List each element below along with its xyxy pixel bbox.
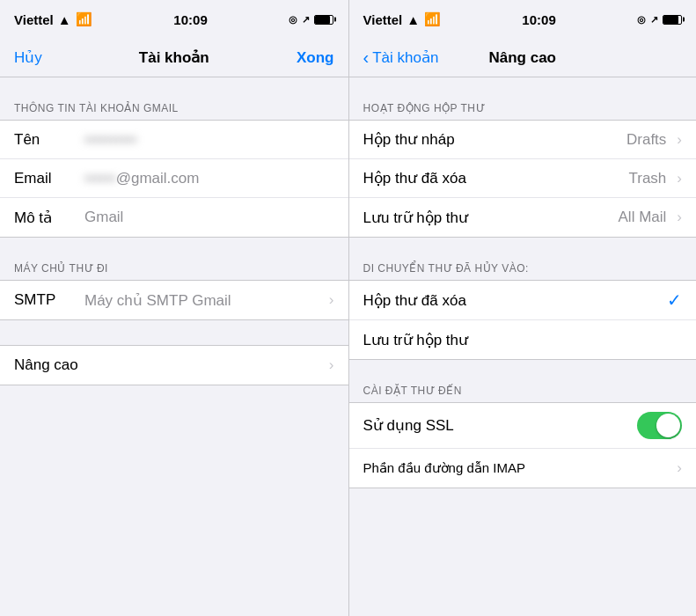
list-item-imap-path[interactable]: Phần đầu đường dẫn IMAP › [349, 449, 697, 488]
section-incoming-header: CÀI ĐẶT THƯ ĐẾN [349, 385, 697, 397]
archive-value: All Mail [619, 209, 667, 226]
section-mailbox-header: HOẠT ĐỘNG HỘP THƯ [349, 102, 697, 114]
list-item-archive[interactable]: Lưu trữ hộp thư All Mail › [349, 198, 697, 237]
status-bar-right-icons: ◎ ↗ [289, 14, 333, 26]
description-label: Mô tả [14, 209, 84, 227]
arrow-icon: ↗ [302, 14, 310, 26]
list-item-email[interactable]: Email ••••••@gmail.com [0, 159, 348, 198]
trash-chevron: › [677, 170, 682, 187]
done-button[interactable]: Xong [297, 49, 334, 67]
nav-bar-right: ‹ Tài khoản Nâng cao [349, 39, 697, 77]
description-value: Gmail [84, 209, 334, 226]
cancel-button[interactable]: Hủy [14, 48, 42, 67]
name-label: Tên [14, 131, 84, 149]
trash-label: Hộp thư đã xóa [363, 169, 466, 187]
toggle-knob [656, 414, 680, 437]
section-advanced: Nâng cao › [0, 345, 348, 385]
signal-icon-right: ▲ [407, 12, 420, 27]
list-item-name[interactable]: Tên •••••••••• [0, 121, 348, 159]
list-item-smtp[interactable]: SMTP Máy chủ SMTP Gmail › [0, 281, 348, 319]
location-icon: ◎ [289, 14, 297, 26]
status-bar-right-icons2: ◎ ↗ [637, 14, 682, 26]
status-bar-left: Viettel ▲ 📶 10:09 ◎ ↗ [0, 0, 348, 39]
mailbox-list: Hộp thư nháp Drafts › Hộp thư đã xóa Tra… [349, 120, 697, 238]
status-bar-right: Viettel ▲ 📶 10:09 ◎ ↗ [349, 0, 697, 39]
left-panel: Viettel ▲ 📶 10:09 ◎ ↗ Hủy Tài khoản Xong… [0, 0, 348, 616]
move-list: Hộp thư đã xóa ✓ Lưu trữ hộp thư [349, 280, 697, 360]
smtp-label: SMTP [14, 291, 84, 309]
move-archive-label: Lưu trữ hộp thư [363, 331, 469, 349]
section-move: DI CHUYỂN THƯ ĐÃ HỦY VÀO: Hộp thư đã xóa… [349, 262, 697, 360]
advanced-label: Nâng cao [14, 356, 84, 374]
back-chevron-icon: ‹ [363, 48, 370, 68]
back-button[interactable]: ‹ Tài khoản [363, 48, 439, 68]
time-left: 10:09 [173, 12, 207, 27]
imap-chevron: › [677, 459, 682, 477]
section-smtp-header: MÁY CHỦ THƯ ĐI [0, 262, 348, 275]
battery-icon-left [314, 15, 333, 25]
name-value: •••••••••• [84, 131, 334, 149]
signal-icon-left: ▲ [58, 12, 71, 27]
list-item-trash[interactable]: Hộp thư đã xóa Trash › [349, 159, 697, 198]
archive-label: Lưu trữ hộp thư [363, 209, 469, 227]
list-item-description[interactable]: Mô tả Gmail [0, 198, 348, 237]
archive-chevron: › [677, 209, 682, 226]
status-bar-left-info: Viettel ▲ 📶 [14, 11, 92, 27]
drafts-chevron: › [677, 131, 682, 149]
status-bar-right-left: Viettel ▲ 📶 [363, 11, 442, 27]
smtp-value: Máy chủ SMTP Gmail [84, 291, 324, 310]
nav-bar-left: Hủy Tài khoản Xong [0, 39, 348, 77]
section-incoming: CÀI ĐẶT THƯ ĐẾN Sử dụng SSL Phần đầu đườ… [349, 385, 697, 488]
list-item-move-archive[interactable]: Lưu trữ hộp thư [349, 320, 697, 359]
nav-title-left: Tài khoản [139, 48, 209, 67]
section-move-header: DI CHUYỂN THƯ ĐÃ HỦY VÀO: [349, 262, 697, 275]
back-label: Tài khoản [372, 48, 438, 67]
arrow-icon-r: ↗ [650, 14, 658, 26]
list-item-drafts[interactable]: Hộp thư nháp Drafts › [349, 121, 697, 159]
location-icon-r: ◎ [637, 14, 646, 26]
list-item-move-trash[interactable]: Hộp thư đã xóa ✓ [349, 281, 697, 320]
list-item-ssl[interactable]: Sử dụng SSL [349, 403, 697, 449]
time-right: 10:09 [522, 12, 555, 27]
trash-value: Trash [629, 170, 667, 187]
ssl-label: Sử dụng SSL [363, 416, 454, 435]
list-item-advanced[interactable]: Nâng cao › [0, 346, 348, 385]
section-smtp: MÁY CHỦ THƯ ĐI SMTP Máy chủ SMTP Gmail › [0, 262, 348, 320]
drafts-label: Hộp thư nháp [363, 130, 455, 149]
email-label: Email [14, 170, 84, 187]
incoming-list: Sử dụng SSL Phần đầu đường dẫn IMAP › [349, 402, 697, 488]
email-value: ••••••@gmail.com [84, 170, 334, 187]
section-mailbox: HOẠT ĐỘNG HỘP THƯ Hộp thư nháp Drafts › … [349, 102, 697, 238]
ssl-toggle[interactable] [637, 412, 682, 439]
checkmark-icon: ✓ [667, 290, 682, 311]
smtp-chevron: › [329, 291, 334, 309]
wifi-icon-left: 📶 [76, 11, 92, 27]
section-account-info: THÔNG TIN TÀI KHOẢN GMAIL Tên ••••••••••… [0, 102, 348, 238]
move-trash-label: Hộp thư đã xóa [363, 291, 466, 310]
smtp-list: SMTP Máy chủ SMTP Gmail › [0, 280, 348, 320]
drafts-value: Drafts [626, 131, 666, 149]
nav-title-right: Nâng cao [488, 49, 556, 67]
wifi-icon-right: 📶 [424, 11, 441, 27]
battery-icon-right [663, 15, 682, 25]
advanced-list: Nâng cao › [0, 345, 348, 385]
carrier-right: Viettel [363, 12, 403, 27]
carrier-left: Viettel [14, 12, 54, 27]
section-account-header: THÔNG TIN TÀI KHOẢN GMAIL [0, 102, 348, 114]
right-panel: Viettel ▲ 📶 10:09 ◎ ↗ ‹ Tài khoản Nâng c… [348, 0, 697, 616]
advanced-chevron: › [329, 356, 334, 374]
account-list: Tên •••••••••• Email ••••••@gmail.com Mô… [0, 120, 348, 238]
imap-path-label: Phần đầu đường dẫn IMAP [363, 460, 525, 476]
